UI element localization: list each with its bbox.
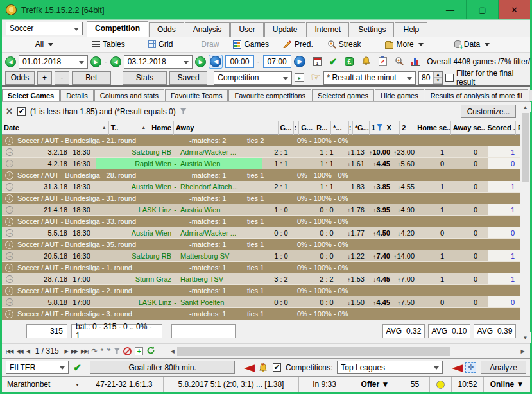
chart-icon[interactable] <box>411 58 420 66</box>
more-dropdown[interactable]: More <box>379 39 429 50</box>
competitions-checkbox[interactable] <box>273 363 281 372</box>
saved-button[interactable]: Saved <box>169 71 207 85</box>
redo-icon[interactable]: ↷ <box>91 347 97 355</box>
prev-record-button[interactable]: ◀ <box>26 348 30 354</box>
checklist-icon[interactable]: ✔ <box>379 57 387 66</box>
group-row[interactable]: ↓Soccer / AUT - Bundesliga - 35. round-m… <box>2 239 520 250</box>
time-skip-end-icon[interactable]: ▮▶ <box>294 56 305 67</box>
tab-columns-and-stats[interactable]: Columns and stats <box>94 89 164 101</box>
home-team[interactable]: Salzburg RB <box>96 250 171 261</box>
time-from-input[interactable]: 00:00 <box>225 55 253 68</box>
collapse-icon[interactable]: ↓ <box>5 137 13 145</box>
tab-hide-games[interactable]: Hide games <box>375 89 424 101</box>
bookmaker-select[interactable]: Marathonbet▼ <box>2 377 85 392</box>
col-home[interactable]: Home <box>148 121 174 135</box>
away-team[interactable]: Sankt Poelten <box>179 296 262 307</box>
collapse-icon[interactable]: ↓ <box>5 171 13 180</box>
group-row[interactable]: ↓Soccer / AUT - Bundesliga - 3. round-ma… <box>2 308 520 320</box>
away-team[interactable]: Rheindorf Altach... <box>179 181 262 192</box>
collapse-icon[interactable]: ↓ <box>5 218 13 226</box>
bookmark-goto-icon[interactable]: '* <box>107 347 110 355</box>
scroll-left-icon[interactable]: ◀ <box>167 348 177 354</box>
col-home-scored[interactable]: Home sc... <box>415 121 451 135</box>
view-mode-select[interactable]: Competition <box>214 71 292 85</box>
tab-user[interactable]: User <box>230 22 263 37</box>
fast-back-button[interactable]: ◀◀ <box>16 348 22 354</box>
tables-button[interactable]: Tables <box>87 39 131 50</box>
group-row[interactable]: ↓Soccer / AUT - Bundesliga - 2. round-ma… <box>2 285 520 296</box>
minute-stepper[interactable]: 80 ▲▼ <box>418 71 443 85</box>
grid-button[interactable]: Grid <box>142 39 179 50</box>
col-scored[interactable]: Scored ... <box>485 121 516 135</box>
game-row[interactable]: →20.5.1816:30Salzburg RB-Mattersburg SV1… <box>2 250 520 262</box>
col-away[interactable]: Away <box>174 121 279 135</box>
analyze-button[interactable]: Analyze <box>481 361 526 374</box>
collapse-icon[interactable]: ↓ <box>5 241 13 249</box>
col-odds-1[interactable]: 1 <box>370 121 385 135</box>
tab-update[interactable]: Update <box>264 22 306 37</box>
stats-button[interactable]: Stats <box>123 71 167 85</box>
scroll-down-icon[interactable]: ▼ <box>520 332 531 343</box>
date-from-prev-button[interactable]: ◀ <box>5 56 16 67</box>
group-row[interactable]: ↓Soccer / AUT - Bundesliga - 28. round-m… <box>2 169 520 181</box>
columns-icon[interactable]: ▸ <box>295 73 304 82</box>
away-team[interactable]: Admira/Wacker ... <box>179 146 262 157</box>
group-row[interactable]: ↓Soccer / AUT - Bundesliga - 21. round-m… <box>2 135 520 146</box>
result-mode-select[interactable]: * Result at the minut <box>323 71 416 85</box>
open-game-icon[interactable]: → <box>6 298 13 306</box>
tab-odds[interactable]: Odds <box>149 22 184 37</box>
col-odds-2[interactable]: 2 <box>400 121 415 135</box>
home-team[interactable]: LASK Linz <box>96 296 171 307</box>
away-team[interactable]: Admira/Wacker ... <box>179 227 262 238</box>
scroll-up-icon[interactable]: ▲ <box>520 102 531 112</box>
minimize-button[interactable]: — <box>434 0 466 19</box>
search-plus-icon[interactable] <box>395 56 404 67</box>
last-record-button[interactable]: ▶▶| <box>81 348 88 354</box>
tab-settings[interactable]: Settings <box>350 22 394 37</box>
tab-favoutite-teams[interactable]: Favoutite Teams <box>165 89 228 101</box>
tab-analysis[interactable]: Analysis <box>185 22 230 37</box>
odds-button[interactable]: Odds <box>5 71 35 85</box>
open-game-icon[interactable]: → <box>6 183 13 191</box>
tab-help[interactable]: Help <box>395 22 427 37</box>
refresh-icon[interactable] <box>146 346 155 357</box>
vertical-scrollbar[interactable]: ▲ ▼ <box>520 102 530 343</box>
group-row[interactable]: ↓Soccer / AUT - Bundesliga - 31. round-m… <box>2 193 520 204</box>
minute-down-icon[interactable]: ▼ <box>434 78 442 84</box>
away-team[interactable]: Austria Wien <box>179 158 262 169</box>
clear-filter-icon[interactable]: ✕ <box>6 107 13 116</box>
date-to-next-button[interactable]: ▶ <box>195 56 206 67</box>
game-row[interactable]: →28.7.1817:00Sturm Graz-Hartberg TSV3 : … <box>2 273 520 285</box>
next-record-button[interactable]: ▶ <box>65 348 68 354</box>
away-team[interactable]: Hartberg TSV <box>179 273 262 284</box>
group-row[interactable]: ↓Soccer / AUT - Bundesliga - 33. round-m… <box>2 216 520 227</box>
open-game-icon[interactable]: → <box>6 275 13 283</box>
filter-select[interactable]: FILTER <box>6 361 69 374</box>
tab-competition[interactable]: Competition <box>87 21 148 37</box>
tab-scroll-left-button[interactable]: ◂ <box>529 90 532 101</box>
data-dropdown[interactable]: Data <box>449 39 495 50</box>
offer-dropdown[interactable]: Offer ▼ <box>350 377 400 392</box>
red-arrow-left-icon[interactable]: ◀ <box>452 362 463 373</box>
col-away-scored[interactable]: Away sc... <box>451 121 486 135</box>
tab-select-games[interactable]: Select Games <box>2 89 60 101</box>
home-team[interactable]: Sturm Graz <box>96 273 171 284</box>
game-row[interactable]: →5.8.1817:00LASK Linz-Sankt Poelten0 : 0… <box>2 296 520 308</box>
tab-results-of-analysis-of-more-fil[interactable]: Results of analysis of more fil <box>425 89 528 101</box>
streak-button[interactable]: Streak <box>322 39 367 50</box>
pred-button[interactable]: Pred. <box>277 39 319 50</box>
col-time[interactable]: T..▲ <box>109 121 149 135</box>
horizontal-scrollbar[interactable]: ◀ ▶ <box>167 347 528 356</box>
calendar-icon[interactable]: 1 <box>313 57 322 66</box>
plus-button[interactable]: + <box>37 71 52 85</box>
scope-dropdown[interactable]: All <box>30 39 59 50</box>
date-to-select[interactable]: 03.12.2018 <box>124 55 193 69</box>
bell-question-icon[interactable]: ? <box>258 363 268 373</box>
vertical-scroll-thumb[interactable] <box>522 113 529 182</box>
tab-details[interactable]: Details <box>60 89 94 101</box>
horizontal-scroll-thumb[interactable] <box>177 347 450 356</box>
minus-button[interactable]: - <box>55 71 69 85</box>
collapse-icon[interactable]: ↓ <box>5 264 13 272</box>
game-row[interactable]: →5.5.1818:30Austria Wien-Admira/Wacker .… <box>2 227 520 239</box>
game-row[interactable]: →31.3.1818:30Austria Wien-Rheindorf Alta… <box>2 181 520 193</box>
